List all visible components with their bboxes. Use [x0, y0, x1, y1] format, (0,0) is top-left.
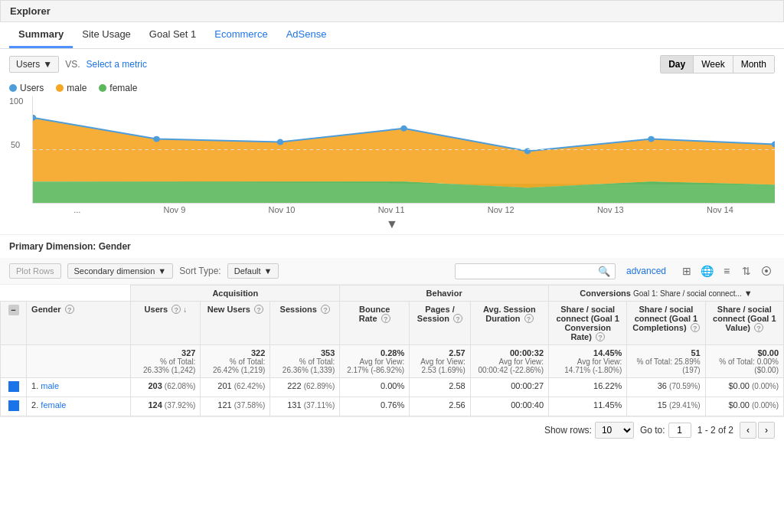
prev-page-button[interactable]: ‹ — [740, 422, 756, 439]
totals-avg-session: 00:00:32 Avg for View: 00:00:42 (-22.86%… — [470, 345, 548, 378]
x-label-nov11: Nov 11 — [378, 205, 405, 214]
time-buttons: Day Week Month — [660, 55, 775, 73]
conversions-header: Conversions Goal 1: Share / social conne… — [549, 286, 784, 302]
help-icon[interactable]: ? — [754, 323, 763, 332]
female-dot — [99, 84, 106, 92]
chart-expander[interactable]: ▼ — [9, 217, 775, 231]
metric-dropdown[interactable]: Users ▼ — [9, 56, 59, 73]
row2-value: $0.00 (0.00%) — [705, 397, 783, 416]
row1-new-users: 201 (62.42%) — [201, 378, 270, 397]
day-button[interactable]: Day — [661, 56, 693, 73]
help-icon[interactable]: ? — [65, 305, 74, 314]
chevron-down-icon: ▼ — [264, 266, 273, 276]
advanced-link[interactable]: advanced — [626, 266, 666, 276]
help-icon[interactable]: ? — [321, 305, 330, 314]
explorer-header: Explorer — [0, 0, 784, 22]
col-new-users-header: New Users ? — [201, 302, 270, 345]
totals-label — [27, 345, 131, 378]
sort-down-icon[interactable]: ↓ — [183, 305, 187, 314]
help-icon[interactable]: ? — [596, 332, 605, 341]
vs-label: VS. — [65, 59, 80, 70]
cols-view-icon[interactable]: ⦿ — [758, 263, 775, 279]
x-label-nov13: Nov 13 — [597, 205, 624, 214]
week-button[interactable]: Week — [693, 56, 732, 73]
table-footer: Show rows: 10 25 50 100 Go to: 1 - 2 of … — [0, 416, 784, 443]
minus-icon[interactable]: − — [8, 305, 19, 315]
go-to: Go to: — [640, 423, 691, 438]
show-rows-select[interactable]: 10 25 50 100 — [595, 422, 634, 439]
checkbox-female[interactable] — [8, 400, 19, 411]
page-input[interactable] — [668, 423, 691, 438]
col-pages-session-header: Pages /Session ? — [410, 302, 471, 345]
male-link[interactable]: male — [41, 381, 59, 390]
female-link[interactable]: female — [41, 400, 66, 410]
datapoint-4 — [400, 126, 407, 132]
left-controls: Users ▼ VS. Select a metric — [9, 56, 147, 73]
search-input[interactable] — [460, 266, 598, 276]
tab-ecommerce[interactable]: Ecommerce — [205, 22, 276, 48]
datapoint-6 — [648, 136, 655, 142]
help-icon[interactable]: ? — [453, 314, 462, 323]
help-icon[interactable]: ? — [524, 314, 534, 323]
row1-bounce: 0.00% — [340, 378, 410, 397]
col-gender-header: Gender ? — [27, 302, 131, 345]
row2-new-users: 121 (37.58%) — [201, 397, 270, 416]
chevron-down-icon[interactable]: ▼ — [744, 289, 753, 298]
globe-view-icon[interactable]: 🌐 — [698, 263, 715, 279]
col-users-header: Users ? ↓ — [131, 302, 201, 345]
month-button[interactable]: Month — [733, 56, 774, 73]
help-icon[interactable]: ? — [381, 314, 390, 323]
page-range: 1 - 2 of 2 — [697, 425, 733, 436]
sort-type-dropdown[interactable]: Default ▼ — [227, 263, 279, 279]
table-controls: Plot Rows Secondary dimension ▼ Sort Typ… — [0, 258, 784, 285]
metric-label: Users — [16, 59, 40, 70]
behavior-header: Behavior — [340, 286, 549, 302]
next-page-button[interactable]: › — [758, 422, 775, 439]
tab-goal-set-1[interactable]: Goal Set 1 — [140, 22, 205, 48]
col-avg-session-header: Avg. SessionDuration ? — [470, 302, 548, 345]
datapoint-3 — [277, 139, 284, 145]
datapoint-5 — [524, 149, 531, 155]
sort-type-label: Sort Type: — [179, 266, 220, 276]
sort-view-icon[interactable]: ⇅ — [738, 263, 755, 279]
totals-new-users: 322 % of Total: 26.42% (1,219) — [201, 345, 270, 378]
search-icon[interactable]: 🔍 — [598, 266, 610, 277]
secondary-dimension-dropdown[interactable]: Secondary dimension ▼ — [67, 263, 174, 279]
section-header-row: Acquisition Behavior Conversions Goal 1:… — [1, 286, 784, 302]
chart-controls: Users ▼ VS. Select a metric Day Week Mon… — [0, 49, 784, 80]
totals-sessions: 353 % of Total: 26.36% (1,339) — [270, 345, 340, 378]
col-completions-header: Share / social connect (Goal 1 Completio… — [627, 302, 705, 345]
row1-avg-session: 00:00:27 — [470, 378, 548, 397]
list-view-icon[interactable]: ≡ — [718, 263, 735, 279]
plot-rows-button[interactable]: Plot Rows — [9, 263, 61, 279]
select-metric-link[interactable]: Select a metric — [87, 59, 147, 70]
tab-site-usage[interactable]: Site Usage — [73, 22, 140, 48]
row2-check[interactable] — [1, 397, 27, 416]
go-to-label: Go to: — [640, 425, 665, 436]
chart-legend: Users male female — [0, 80, 784, 96]
show-rows-label: Show rows: — [544, 425, 592, 436]
row1-check[interactable] — [1, 378, 27, 397]
col-check-header: − — [1, 302, 27, 345]
y-axis-100: 100 — [9, 96, 23, 106]
checkbox-male[interactable] — [8, 381, 19, 392]
tab-adsense[interactable]: AdSense — [277, 22, 336, 48]
row2-rank: 2. — [31, 400, 38, 410]
row2-gender: 2. female — [27, 397, 131, 416]
blank-header — [1, 286, 131, 302]
totals-value: $0.00 % of Total: 0.00% ($0.00) — [705, 345, 783, 378]
col-value-header: Share / social connect (Goal 1 Value) ? — [705, 302, 783, 345]
help-icon[interactable]: ? — [691, 323, 700, 332]
totals-bounce: 0.28% Avg for View: 2.17% (-86.92%) — [340, 345, 410, 378]
row1-users: 203 (62.08%) — [131, 378, 201, 397]
legend-item-female: female — [99, 83, 137, 93]
row2-users: 124 (37.92%) — [131, 397, 201, 416]
primary-dimension-value: Gender — [99, 241, 131, 252]
row2-completions: 15 (29.41%) — [627, 397, 705, 416]
help-icon[interactable]: ? — [254, 305, 263, 314]
tab-summary[interactable]: Summary — [9, 22, 73, 48]
grid-view-icon[interactable]: ⊞ — [678, 263, 695, 279]
help-icon[interactable]: ? — [172, 305, 181, 314]
users-dot — [9, 84, 17, 92]
show-rows: Show rows: 10 25 50 100 — [544, 422, 634, 439]
